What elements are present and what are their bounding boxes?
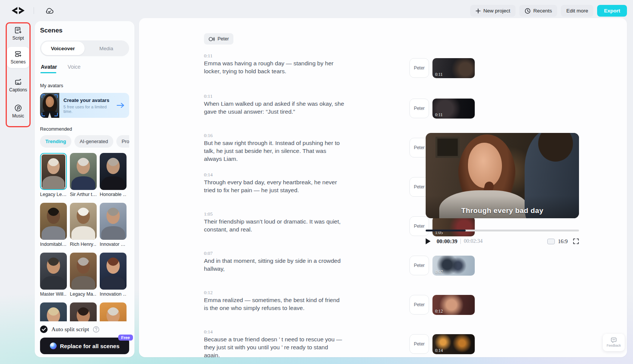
music-icon [14,104,22,112]
scene-voice-button[interactable]: Peter [409,295,429,315]
avatar-thumb[interactable] [70,302,97,321]
avatar-name: Honorable … [100,192,127,197]
edit-more-label: Edit more [566,8,588,14]
captions-icon [14,78,22,86]
thumbnail-duration: 0:12 [435,309,443,313]
new-project-button[interactable]: New project [470,5,516,17]
avatar-thumb[interactable] [70,153,97,190]
scene-text[interactable]: Emma was having a rough day — standing b… [204,59,344,75]
thumbnail-duration: 0:14 [435,348,443,353]
avatar-category-chips: Trending AI-generated Profes [40,135,129,148]
sidebar-item-scenes[interactable]: Scenes [7,47,29,68]
left-nav-rail-selection: Script Scenes Captions Music [6,22,31,127]
scene-row: 0:11 When Liam walked up and asked if sh… [204,93,549,121]
export-button[interactable]: Export [597,5,627,17]
scene-timestamp: 0:12 [204,290,549,296]
aspect-ratio-label: 16:9 [558,238,568,245]
scene-row: 0:07 And in that moment, sitting side by… [204,250,549,278]
scene-thumbnail[interactable]: 0:11 [432,99,475,119]
arrow-right-icon [116,102,125,108]
cloud-sync-button[interactable] [44,5,55,16]
thumbnail-duration: 0:07 [435,270,443,274]
sidebar-item-music[interactable]: Music [7,104,29,119]
avatar-thumb[interactable] [100,203,127,240]
scene-row: 0:14 Because a true friend doesn ’ t nee… [204,329,549,357]
playback-controls: 00:00:39 00:02:34 16:9 [426,236,579,247]
promo-avatar-image [40,93,59,118]
scene-timestamp: 0:07 [204,250,549,256]
tab-media[interactable]: Media [85,42,128,55]
voice-chip-peter[interactable]: Peter [204,33,233,45]
avatar-thumb[interactable] [40,153,67,190]
avatar-name: Innovation … [100,292,127,297]
scene-text[interactable]: And in that moment, sitting side by side… [204,257,344,273]
aspect-ratio-icon[interactable] [547,239,555,244]
scene-thumbnail[interactable]: 0:14 [432,334,475,354]
scene-thumbnail[interactable]: 0:11 [432,58,475,78]
avatar-thumb[interactable] [100,253,127,290]
scene-text[interactable]: Their friendship wasn’t loud or dramatic… [204,217,344,233]
scene-thumbnail[interactable]: 0:07 [432,256,475,276]
scene-editor-area: Peter 0:11 Emma was having a rough day —… [139,18,627,357]
subtab-voice[interactable]: Voice [68,64,80,73]
seek-bar[interactable] [426,230,579,231]
voiceover-media-switch: Voiceover Media [40,40,129,56]
thumbnail-duration: 0:11 [435,72,443,77]
scene-text[interactable]: Because a true friend doesn ’ t need to … [204,335,344,357]
avatar-thumb[interactable] [40,302,67,321]
scene-voice-button[interactable]: Peter [409,334,429,354]
scene-voice-button[interactable]: Peter [409,216,429,236]
sidebar-item-script[interactable]: Script [7,26,29,41]
play-icon[interactable] [426,238,431,244]
avatar-name: Legacy Le… [40,192,67,197]
scene-voice-button[interactable]: Peter [409,256,429,275]
avatar-thumb[interactable] [40,203,67,240]
sidebar-item-captions[interactable]: Captions [7,78,29,93]
focus-bracket-icon [54,94,58,98]
scene-thumbnail[interactable]: 1:05 [432,216,475,236]
scene-voice-button[interactable]: Peter [409,58,429,78]
scene-voice-button[interactable]: Peter [409,99,429,118]
video-preview[interactable]: Through every bad day [426,133,579,218]
avatar-thumb[interactable] [40,253,67,290]
recommended-label: Recommended [40,126,72,132]
thumbnail-duration: 0:11 [435,113,443,117]
avatar-thumb[interactable] [100,153,127,190]
recents-label: Recents [533,8,552,14]
help-icon[interactable] [93,326,99,333]
chip-professional[interactable]: Profes [116,135,129,148]
voice-chip-label: Peter [218,36,229,42]
chip-trending[interactable]: Trending [40,135,71,148]
feedback-button[interactable]: Feedback [603,334,625,351]
avatar-name: Rich Henry… [70,242,97,247]
time-divider [460,239,461,244]
auto-split-label: Auto split script [51,326,89,333]
avatar-thumb[interactable] [100,302,127,321]
avatar-thumb[interactable] [70,253,97,290]
subtab-avatar[interactable]: Avatar [41,64,57,73]
check-circle-icon[interactable] [40,325,48,333]
scene-text[interactable]: Emma realized — sometimes, the best kind… [204,296,344,312]
promo-title: Create your avatars [63,97,116,103]
tab-voiceover[interactable]: Voiceover [41,42,85,55]
scene-thumbnail[interactable]: 0:12 [432,295,475,315]
script-icon [14,26,22,34]
feedback-icon [611,338,617,343]
scene-text[interactable]: But he saw right through it. Instead of … [204,139,344,163]
focus-bracket-icon [42,94,45,98]
focus-bracket-icon [42,113,45,116]
seek-bar-fill [426,230,466,231]
sidebar-label-scenes: Scenes [11,59,26,65]
recents-button[interactable]: Recents [519,5,557,17]
total-time: 00:02:34 [464,238,483,244]
chip-ai-generated[interactable]: AI-generated [74,135,113,148]
fullscreen-button[interactable] [573,238,579,244]
replace-for-all-scenes-button[interactable]: Replace for all scenes [40,338,129,354]
scene-text[interactable]: When Liam walked up and asked if she was… [204,100,344,116]
create-avatars-promo-card[interactable]: Create your avatars 5 free uses for a li… [40,93,129,118]
current-time: 00:00:39 [437,238,457,245]
avatar-thumb[interactable] [70,203,97,240]
focus-bracket-icon [54,113,58,116]
edit-more-button[interactable]: Edit more [561,5,593,17]
scene-text[interactable]: Through every bad day, every heartbreak,… [204,178,344,194]
